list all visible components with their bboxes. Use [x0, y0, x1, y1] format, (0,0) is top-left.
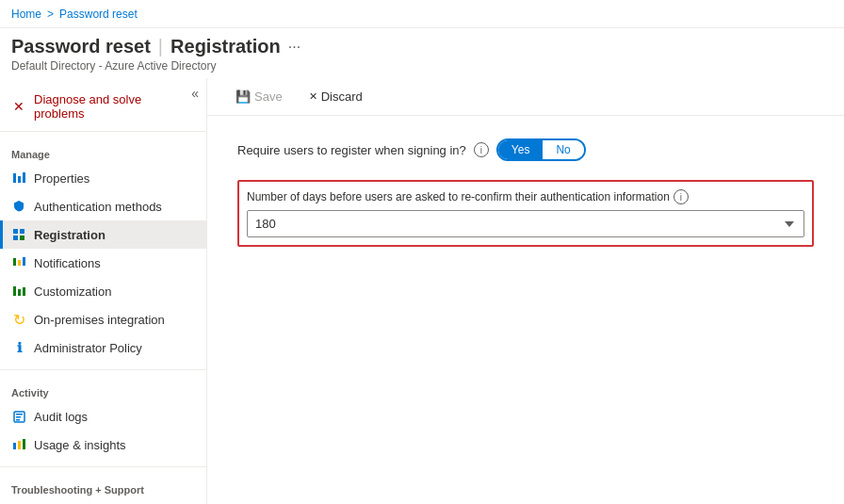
breadcrumb-sep: >	[47, 8, 54, 21]
discard-label: Discard	[321, 89, 363, 104]
sidebar-item-properties[interactable]: Properties	[0, 164, 206, 192]
toggle-yes[interactable]: Yes	[498, 140, 544, 159]
manage-section-label: Manage	[0, 136, 206, 164]
page-title: Password reset	[11, 36, 151, 57]
sidebar-item-admin-policy[interactable]: ℹ Administrator Policy	[0, 333, 206, 362]
breadcrumb: Home > Password reset	[11, 8, 138, 21]
svg-rect-15	[16, 416, 21, 418]
days-label: Number of days before users are asked to…	[247, 189, 804, 204]
svg-rect-17	[13, 443, 16, 449]
svg-rect-3	[13, 229, 18, 234]
page-title-separator: |	[158, 36, 163, 57]
right-panel: 💾 Save ✕ Discard Require users to regist…	[207, 78, 844, 504]
audit-logs-label: Audit logs	[34, 410, 88, 424]
discard-button[interactable]: ✕ Discard	[303, 86, 368, 107]
notifications-icon	[11, 255, 26, 270]
auth-methods-icon	[11, 199, 26, 214]
sidebar-item-on-prem[interactable]: ↻ On-premises integration	[0, 305, 206, 333]
ellipsis-button[interactable]: ···	[288, 39, 300, 56]
require-register-info-icon[interactable]: i	[474, 142, 489, 157]
properties-icon	[11, 171, 26, 186]
main-layout: « ✕ Diagnose and solve problems Manage P…	[0, 78, 844, 504]
audit-logs-icon	[11, 409, 26, 424]
svg-rect-12	[23, 287, 25, 296]
require-register-label: Require users to register when signing i…	[237, 143, 466, 157]
sidebar-item-audit-logs[interactable]: Audit logs	[0, 402, 206, 431]
svg-rect-2	[23, 172, 25, 183]
activity-section-label: Activity	[0, 374, 206, 402]
usage-insights-icon	[11, 437, 26, 452]
svg-rect-1	[18, 176, 21, 183]
toolbar: 💾 Save ✕ Discard	[207, 78, 844, 116]
sidebar: « ✕ Diagnose and solve problems Manage P…	[0, 78, 207, 504]
days-info-icon[interactable]: i	[674, 189, 689, 204]
svg-rect-16	[16, 419, 20, 421]
on-prem-label: On-premises integration	[34, 313, 165, 327]
properties-label: Properties	[34, 171, 89, 186]
sidebar-item-usage-insights[interactable]: Usage & insights	[0, 431, 206, 459]
page-subtitle: Registration	[170, 36, 281, 57]
svg-rect-19	[23, 439, 25, 449]
breadcrumb-home[interactable]: Home	[11, 8, 41, 21]
svg-rect-9	[23, 257, 25, 266]
top-bar: Home > Password reset	[0, 0, 844, 28]
save-button[interactable]: 💾 Save	[230, 86, 288, 107]
days-select[interactable]: 0 90 180 365	[247, 210, 804, 237]
svg-rect-0	[13, 173, 16, 183]
on-prem-icon: ↻	[11, 312, 26, 327]
svg-rect-6	[20, 236, 24, 240]
sidebar-item-customization[interactable]: Customization	[0, 277, 206, 305]
svg-rect-7	[13, 258, 16, 266]
days-dropdown-group: Number of days before users are asked to…	[237, 180, 814, 247]
admin-policy-label: Administrator Policy	[34, 341, 142, 355]
support-section-label: Troubleshooting + Support	[0, 471, 206, 499]
diagnose-label: Diagnose and solve problems	[34, 92, 195, 121]
admin-policy-icon: ℹ	[11, 340, 26, 355]
customization-label: Customization	[34, 285, 111, 299]
collapse-button[interactable]: «	[191, 86, 199, 101]
diagnose-icon: ✕	[11, 99, 26, 114]
page-header: Password reset | Registration ··· Defaul…	[0, 28, 844, 78]
customization-icon	[11, 284, 26, 299]
save-label: Save	[254, 89, 283, 104]
svg-rect-14	[16, 414, 23, 415]
svg-rect-4	[20, 229, 24, 234]
toggle-no[interactable]: No	[543, 140, 583, 159]
svg-rect-10	[13, 286, 16, 296]
breadcrumb-current[interactable]: Password reset	[59, 8, 138, 21]
yes-no-toggle: Yes No	[496, 138, 586, 161]
svg-rect-18	[18, 441, 21, 449]
usage-insights-label: Usage & insights	[34, 438, 126, 452]
sidebar-item-registration[interactable]: Registration	[0, 220, 206, 249]
discard-icon: ✕	[309, 90, 317, 103]
svg-rect-11	[18, 289, 21, 296]
sidebar-item-new-support[interactable]: New support request	[0, 499, 206, 504]
page-directory-label: Default Directory - Azure Active Directo…	[11, 59, 833, 73]
svg-rect-8	[18, 260, 21, 266]
registration-label: Registration	[34, 228, 106, 242]
registration-icon	[11, 227, 26, 242]
content-area: Require users to register when signing i…	[207, 116, 844, 504]
auth-methods-label: Authentication methods	[34, 200, 162, 214]
sidebar-item-auth-methods[interactable]: Authentication methods	[0, 192, 206, 220]
svg-rect-5	[13, 236, 18, 240]
notifications-label: Notifications	[34, 256, 101, 270]
days-label-text: Number of days before users are asked to…	[247, 190, 670, 203]
save-icon: 💾	[235, 89, 251, 104]
require-register-row: Require users to register when signing i…	[237, 138, 814, 161]
sidebar-item-diagnose[interactable]: ✕ Diagnose and solve problems	[0, 86, 206, 127]
page-title-row: Password reset | Registration ···	[11, 36, 833, 57]
sidebar-item-notifications[interactable]: Notifications	[0, 249, 206, 277]
